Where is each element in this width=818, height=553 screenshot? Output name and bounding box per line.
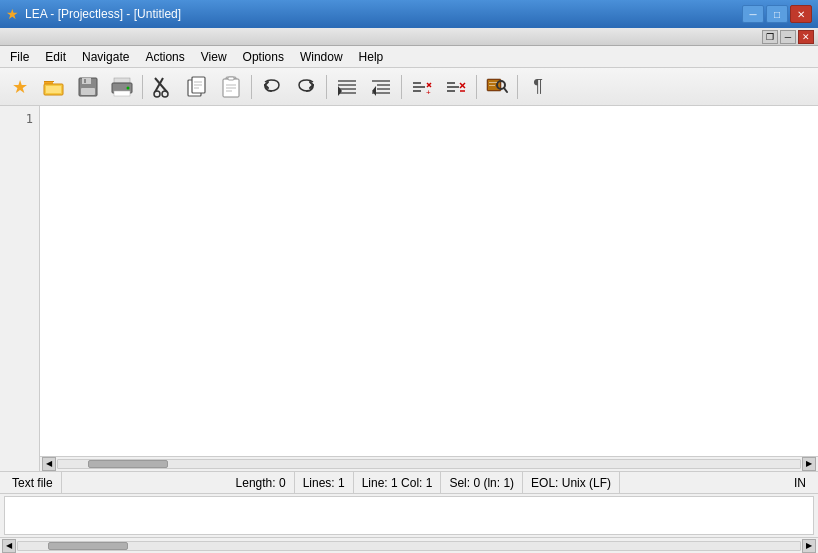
toolbar-button-outdent[interactable] bbox=[365, 72, 397, 102]
svg-rect-6 bbox=[84, 79, 86, 83]
svg-rect-5 bbox=[82, 78, 91, 84]
svg-rect-1 bbox=[44, 81, 54, 82]
main-area: 1 ◀ ▶ bbox=[0, 106, 818, 471]
svg-line-52 bbox=[504, 88, 507, 92]
title-text: LEA - [Projectless] - [Untitled] bbox=[25, 7, 742, 21]
editor-wrapper: ◀ ▶ bbox=[40, 106, 818, 471]
menu-item-window[interactable]: Window bbox=[292, 48, 351, 66]
toolbar-separator-sep6 bbox=[517, 75, 518, 99]
toolbar-button-print[interactable] bbox=[106, 72, 138, 102]
svg-rect-7 bbox=[81, 88, 95, 95]
toolbar-separator-sep2 bbox=[251, 75, 252, 99]
toolbar-button-save[interactable] bbox=[72, 72, 104, 102]
bottom-scroll-right[interactable]: ▶ bbox=[802, 539, 816, 553]
menu-item-options[interactable]: Options bbox=[235, 48, 292, 66]
toolbar-button-new[interactable]: ★ bbox=[4, 72, 36, 102]
status-encoding: IN bbox=[786, 472, 814, 493]
toolbar-button-delmark[interactable] bbox=[440, 72, 472, 102]
status-length: Length: 0 bbox=[228, 472, 295, 493]
status-position: Line: 1 Col: 1 bbox=[354, 472, 442, 493]
editor-textarea[interactable] bbox=[40, 106, 818, 456]
scroll-thumb[interactable] bbox=[88, 460, 168, 468]
inner-minimize-button[interactable]: ─ bbox=[780, 30, 796, 44]
bottom-content-area bbox=[4, 496, 814, 535]
svg-point-15 bbox=[162, 91, 168, 97]
editor-hscrollbar[interactable]: ◀ ▶ bbox=[40, 456, 818, 471]
toolbar-button-pilcrow[interactable]: ¶ bbox=[522, 72, 554, 102]
menu-item-help[interactable]: Help bbox=[351, 48, 392, 66]
bottom-hscrollbar[interactable]: ◀ ▶ bbox=[0, 537, 818, 553]
maximize-button[interactable]: □ bbox=[766, 5, 788, 23]
menu-bar: FileEditNavigateActionsViewOptionsWindow… bbox=[0, 46, 818, 68]
svg-rect-8 bbox=[114, 78, 130, 83]
bottom-panel: ◀ ▶ bbox=[0, 493, 818, 553]
menu-item-view[interactable]: View bbox=[193, 48, 235, 66]
inner-close-button[interactable]: ✕ bbox=[798, 30, 814, 44]
toolbar-button-paste[interactable] bbox=[215, 72, 247, 102]
svg-rect-23 bbox=[228, 77, 234, 80]
window-controls: ─ □ ✕ bbox=[742, 5, 812, 23]
svg-rect-53 bbox=[489, 82, 497, 83]
toolbar-button-copy[interactable] bbox=[181, 72, 213, 102]
menu-item-navigate[interactable]: Navigate bbox=[74, 48, 137, 66]
inner-restore-button[interactable]: ❐ bbox=[762, 30, 778, 44]
title-bar: ★ LEA - [Projectless] - [Untitled] ─ □ ✕ bbox=[0, 0, 818, 28]
svg-point-11 bbox=[127, 86, 130, 89]
status-filetype: Text file bbox=[4, 472, 62, 493]
svg-marker-36 bbox=[372, 86, 376, 96]
status-eol: EOL: Unix (LF) bbox=[523, 472, 620, 493]
menu-item-edit[interactable]: Edit bbox=[37, 48, 74, 66]
toolbar-button-undo[interactable] bbox=[256, 72, 288, 102]
status-lines: Lines: 1 bbox=[295, 472, 354, 493]
toolbar-button-indent[interactable] bbox=[331, 72, 363, 102]
toolbar-separator-sep5 bbox=[476, 75, 477, 99]
toolbar-separator-sep4 bbox=[401, 75, 402, 99]
menu-item-file[interactable]: File bbox=[2, 48, 37, 66]
line-numbers: 1 bbox=[0, 106, 40, 471]
close-button[interactable]: ✕ bbox=[790, 5, 812, 23]
bottom-scroll-track[interactable] bbox=[17, 541, 801, 551]
svg-marker-31 bbox=[338, 86, 342, 96]
toolbar-separator-sep3 bbox=[326, 75, 327, 99]
scroll-left-arrow[interactable]: ◀ bbox=[42, 457, 56, 471]
inner-window-controls-bar: ❐ ─ ✕ bbox=[0, 28, 818, 46]
scroll-right-arrow[interactable]: ▶ bbox=[802, 457, 816, 471]
minimize-button[interactable]: ─ bbox=[742, 5, 764, 23]
toolbar-button-open[interactable] bbox=[38, 72, 70, 102]
status-selection: Sel: 0 (ln: 1) bbox=[441, 472, 523, 493]
toolbar-separator-sep1 bbox=[142, 75, 143, 99]
toolbar-button-cut[interactable] bbox=[147, 72, 179, 102]
app-icon: ★ bbox=[6, 6, 19, 22]
svg-rect-3 bbox=[46, 86, 61, 93]
toolbar: ★ bbox=[0, 68, 818, 106]
toolbar-button-addmark[interactable]: + bbox=[406, 72, 438, 102]
line-number-1: 1 bbox=[0, 110, 39, 128]
bottom-scroll-left[interactable]: ◀ bbox=[2, 539, 16, 553]
svg-rect-10 bbox=[114, 91, 130, 96]
scroll-track[interactable] bbox=[57, 459, 801, 469]
toolbar-button-redo[interactable] bbox=[290, 72, 322, 102]
menu-item-actions[interactable]: Actions bbox=[137, 48, 192, 66]
svg-point-14 bbox=[154, 91, 160, 97]
status-bar: Text file Length: 0 Lines: 1 Line: 1 Col… bbox=[0, 471, 818, 493]
bottom-scroll-thumb[interactable] bbox=[48, 542, 128, 550]
svg-text:+: + bbox=[426, 88, 431, 97]
svg-rect-54 bbox=[489, 85, 495, 86]
toolbar-button-find[interactable] bbox=[481, 72, 513, 102]
